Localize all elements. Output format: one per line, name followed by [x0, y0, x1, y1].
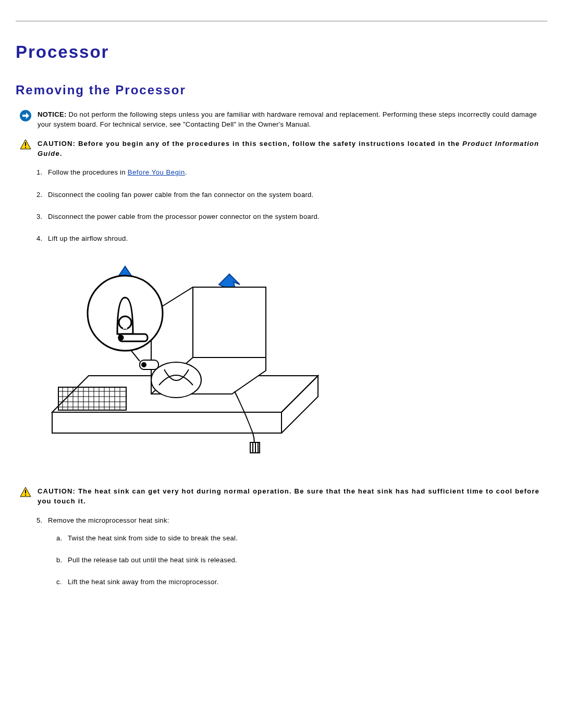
svg-point-29: [119, 336, 123, 340]
caution-label: CAUTION:: [38, 140, 78, 147]
notice-body: Do not perform the following steps unles…: [38, 110, 537, 128]
step-5b: Pull the release tab out until the heat …: [56, 556, 547, 565]
notice-text: NOTICE: Do not perform the following ste…: [38, 110, 547, 130]
step-5-text: Remove the microprocessor heat sink:: [48, 516, 169, 524]
caution-row-2: CAUTION: The heat sink can get very hot …: [20, 487, 547, 507]
document-page: Processor Removing the Processor NOTICE:…: [0, 0, 563, 728]
notice-icon: [20, 110, 32, 123]
step-1: Follow the procedures in Before You Begi…: [36, 168, 547, 177]
caution-2-body: The heat sink can get very hot during no…: [38, 487, 540, 505]
section-title: Processor: [16, 42, 547, 62]
step-1-suffix: .: [185, 168, 187, 176]
shroud-diagram: [47, 256, 339, 480]
caution-body: Before you begin any of the procedures i…: [78, 140, 462, 147]
svg-rect-36: [25, 495, 26, 496]
caution-period: .: [60, 150, 63, 157]
section-subtitle: Removing the Processor: [16, 83, 547, 97]
svg-rect-35: [25, 490, 26, 493]
svg-point-23: [142, 363, 146, 367]
caution-text: CAUTION: Before you begin any of the pro…: [38, 139, 547, 159]
step-3: Disconnect the power cable from the proc…: [36, 212, 547, 221]
svg-rect-4: [58, 387, 126, 410]
step-5a: Twist the heat sink from side to side to…: [56, 534, 547, 543]
steps-list-continued: Remove the microprocessor heat sink: Twi…: [16, 516, 547, 587]
svg-rect-3: [25, 147, 26, 148]
step-4: Lift up the airflow shroud.: [36, 234, 547, 243]
divider: [16, 21, 547, 21]
figure-airflow-shroud: [47, 256, 547, 482]
svg-rect-27: [123, 318, 127, 329]
caution-text-2: CAUTION: The heat sink can get very hot …: [38, 487, 547, 507]
svg-rect-2: [25, 142, 26, 146]
caution-icon: [20, 139, 32, 151]
step-5: Remove the microprocessor heat sink: Twi…: [36, 516, 547, 587]
notice-row: NOTICE: Do not perform the following ste…: [20, 110, 547, 130]
caution-row: CAUTION: Before you begin any of the pro…: [20, 139, 547, 159]
step-1-prefix: Follow the procedures in: [48, 168, 128, 176]
steps-list: Follow the procedures in Before You Begi…: [16, 168, 547, 243]
notice-label: NOTICE:: [38, 110, 67, 118]
substeps-list: Twist the heat sink from side to side to…: [48, 534, 547, 587]
caution-icon: [20, 487, 32, 499]
before-you-begin-link[interactable]: Before You Begin: [128, 168, 185, 176]
step-5c: Lift the heat sink away from the micropr…: [56, 577, 547, 587]
caution-2-label: CAUTION:: [38, 487, 78, 495]
step-2: Disconnect the cooling fan power cable f…: [36, 190, 547, 200]
